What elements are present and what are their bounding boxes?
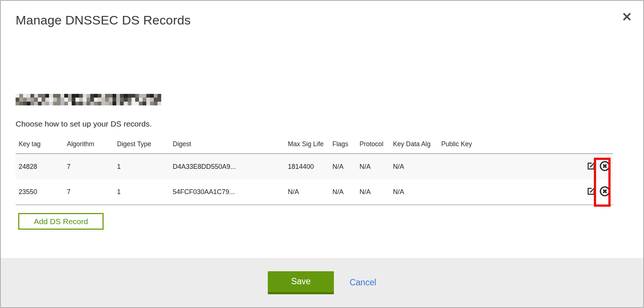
col-header-key-data-alg: Key Data Alg [390,134,438,154]
cell-digest: 54FCF030AA1C79... [170,179,285,205]
cell-key-tag: 23550 [16,179,64,205]
page-title: Manage DNSSEC DS Records [16,13,191,27]
col-header-actions [578,134,613,154]
cell-key-data-alg: N/A [390,154,438,179]
cell-digest-type: 1 [114,179,170,205]
cell-protocol: N/A [357,179,390,205]
edit-icon [586,161,596,172]
col-header-key-tag: Key tag [16,134,64,154]
cell-max-sig-life: N/A [285,179,329,205]
close-icon [622,12,632,23]
col-header-digest: Digest [170,134,285,154]
col-header-protocol: Protocol [357,134,390,154]
instruction-text: Choose how to set up your DS records. [16,119,152,128]
cell-flags: N/A [329,179,357,205]
cell-digest: D4A33E8DD550A9... [170,154,285,179]
cell-algorithm: 7 [64,154,114,179]
edit-record-button[interactable] [585,186,597,198]
cell-public-key [438,154,578,179]
add-ds-record-button[interactable]: Add DS Record [18,213,104,230]
edit-icon [586,186,596,197]
ds-records-table: Key tag Algorithm Digest Type Digest Max… [16,134,613,205]
save-button[interactable]: Save [268,271,334,294]
cell-max-sig-life: 1814400 [285,154,329,179]
cell-public-key [438,179,578,205]
delete-record-button[interactable] [599,161,611,173]
cell-protocol: N/A [357,154,390,179]
redacted-domain [16,94,161,105]
delete-circle-x-icon [599,186,611,198]
cell-flags: N/A [329,154,357,179]
col-header-algorithm: Algorithm [64,134,114,154]
table-row: 24828 7 1 D4A33E8DD550A9... 1814400 N/A … [16,154,613,179]
col-header-flags: Flags [329,134,357,154]
edit-record-button[interactable] [585,161,597,173]
cell-digest-type: 1 [114,154,170,179]
col-header-public-key: Public Key [438,134,578,154]
manage-dnssec-modal: Manage DNSSEC DS Records Choose how to s… [0,0,644,308]
col-header-max-sig-life: Max Sig Life [285,134,329,154]
delete-circle-x-icon [599,160,611,173]
cell-algorithm: 7 [64,179,114,205]
cancel-link[interactable]: Cancel [349,278,376,288]
cell-key-data-alg: N/A [390,179,438,205]
close-button[interactable] [621,11,633,23]
delete-record-button[interactable] [599,186,611,198]
modal-footer: Save Cancel [1,258,643,307]
col-header-digest-type: Digest Type [114,134,170,154]
table-header-row: Key tag Algorithm Digest Type Digest Max… [16,134,613,154]
table-row: 23550 7 1 54FCF030AA1C79... N/A N/A N/A … [16,179,613,205]
cell-key-tag: 24828 [16,154,64,179]
